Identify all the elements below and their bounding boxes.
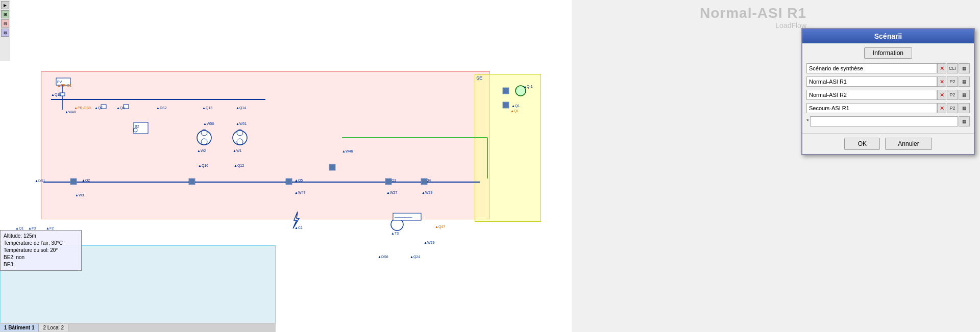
svg-text:▲T3: ▲T3 xyxy=(391,232,399,235)
scenario-input-1[interactable] xyxy=(806,76,937,87)
temp-sol-label: Température du sol: 20° xyxy=(4,247,78,254)
svg-text:▲DS6: ▲DS6 xyxy=(378,255,388,259)
scenario-icon2-btn-0[interactable]: ▦ xyxy=(959,63,970,73)
scenario-list: ✕CLI▦✕P2▦✕P2▦✕P2▦ xyxy=(806,63,970,114)
new-row-prefix: * xyxy=(806,118,809,125)
temp-air-label: Température de l'air: 30°C xyxy=(4,240,78,247)
svg-text:▲Q47: ▲Q47 xyxy=(435,225,445,229)
dialog-titlebar: Scénarii xyxy=(802,29,974,43)
title-main: Normal-ASI R1 xyxy=(700,5,806,21)
scenario-input-2[interactable] xyxy=(806,90,937,100)
svg-text:▲W29: ▲W29 xyxy=(424,241,434,244)
scenario-x-btn-1[interactable]: ✕ xyxy=(937,76,946,87)
scenario-icon2-btn-1[interactable]: ▦ xyxy=(959,76,970,87)
new-scenario-row: * ▦ xyxy=(806,116,970,127)
scenario-row-0: ✕CLI▦ xyxy=(806,63,970,74)
scenario-input-3[interactable] xyxy=(806,103,937,113)
toolbar-btn-2[interactable]: ⊞ xyxy=(1,10,9,18)
left-toolbar: ▶ ⊞ ⊟ ⊠ xyxy=(0,0,10,61)
toolbar-btn-3[interactable]: ⊟ xyxy=(1,19,9,28)
scenario-icon1-btn-2[interactable]: P2 xyxy=(947,90,958,100)
tab-local-2[interactable]: 2 Local 2 xyxy=(39,324,68,331)
scenario-x-btn-0[interactable]: ✕ xyxy=(937,63,946,73)
scenarii-dialog[interactable]: Scénarii Information ✕CLI▦✕P2▦✕P2▦✕P2▦ *… xyxy=(801,28,975,155)
scenario-icon1-btn-3[interactable]: P2 xyxy=(947,103,958,113)
title-area: Normal-ASI R1 LoadFlow xyxy=(700,5,806,30)
scenario-icon2-btn-2[interactable]: ▦ xyxy=(959,90,970,100)
scenario-icon1-btn-1[interactable]: P2 xyxy=(947,76,958,87)
region-yellow: SE xyxy=(475,74,541,222)
dialog-footer: OK Annuler xyxy=(802,133,974,154)
scenario-x-btn-2[interactable]: ✕ xyxy=(937,90,946,100)
be2-label: BE2: non xyxy=(4,254,78,261)
scenario-icon2-btn-3[interactable]: ▦ xyxy=(959,103,970,113)
info-button-row: Information xyxy=(806,47,970,59)
svg-text:▲C1: ▲C1 xyxy=(295,226,303,229)
region-pink xyxy=(41,71,490,219)
new-scenario-input[interactable] xyxy=(810,116,958,126)
altitude-label: Altitude: 125m xyxy=(4,233,78,240)
title-sub: LoadFlow xyxy=(700,21,806,30)
info-button[interactable]: Information xyxy=(864,47,912,59)
scenario-row-2: ✕P2▦ xyxy=(806,89,970,100)
tab-bar: 1 Bâtiment 1 2 Local 2 xyxy=(0,323,276,332)
tab-batiment-1[interactable]: 1 Bâtiment 1 xyxy=(0,324,39,331)
info-tooltip: Altitude: 125m Température de l'air: 30°… xyxy=(0,230,82,271)
scenario-input-0[interactable] xyxy=(806,63,937,73)
svg-text:▲Q24: ▲Q24 xyxy=(410,255,420,259)
svg-point-75 xyxy=(391,218,403,231)
scenario-x-btn-3[interactable]: ✕ xyxy=(937,103,946,113)
toolbar-btn-1[interactable]: ▶ xyxy=(1,1,9,9)
se-label: SE xyxy=(476,75,482,81)
dialog-body: Information ✕CLI▦✕P2▦✕P2▦✕P2▦ * ▦ xyxy=(802,43,974,133)
toolbar-btn-4[interactable]: ⊠ xyxy=(1,29,9,37)
svg-text:▲F3: ▲F3 xyxy=(28,226,36,230)
new-row-icon-btn[interactable]: ▦ xyxy=(959,116,970,126)
scenario-row-3: ✕P2▦ xyxy=(806,103,970,114)
scenario-icon1-btn-0[interactable]: CLI xyxy=(947,63,958,73)
be3-label: BE3: xyxy=(4,261,78,268)
scenario-row-1: ✕P2▦ xyxy=(806,76,970,87)
cancel-button[interactable]: Annuler xyxy=(885,138,932,150)
svg-text:▲F2: ▲F2 xyxy=(46,226,54,230)
diagram-area: ▶ ⊞ ⊟ ⊠ SE Altitude: 125m Température de… xyxy=(0,0,572,332)
ok-button[interactable]: OK xyxy=(844,138,880,150)
